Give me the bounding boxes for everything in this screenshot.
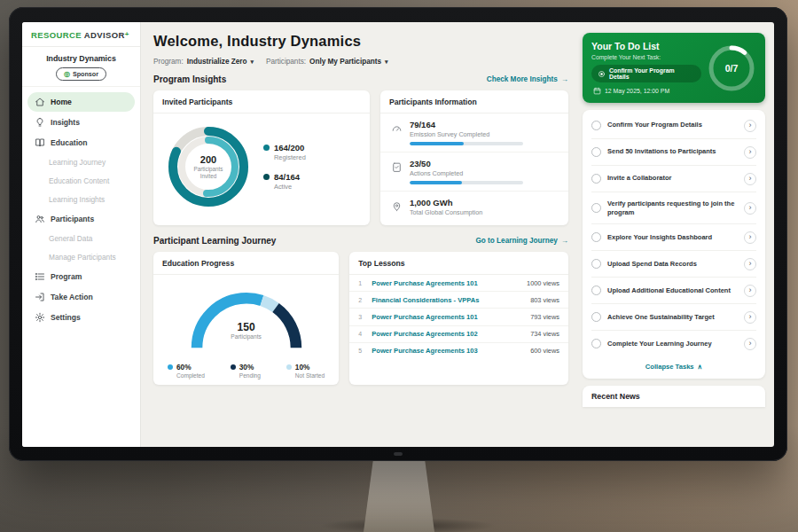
chevron-down-icon: ▾ bbox=[250, 59, 254, 66]
go-to-learning-journey-link[interactable]: Go to Learning Journey → bbox=[475, 237, 568, 245]
legend-label: Active bbox=[274, 183, 300, 191]
lesson-row[interactable]: 3 Power Purchase Agreements 101 793 view… bbox=[349, 309, 568, 325]
lesson-link[interactable]: Power Purchase Agreements 102 bbox=[372, 330, 524, 338]
task-item[interactable]: Confirm Your Program Details › bbox=[591, 113, 756, 139]
task-checkbox[interactable] bbox=[591, 147, 601, 157]
task-label: Send 50 Invitations to Participants bbox=[607, 147, 738, 156]
legend-label: Not Started bbox=[295, 372, 325, 379]
sidebar-item-label: Learning Insights bbox=[49, 195, 105, 204]
sidebar: RESOURCE ADVISOR+ Industry Dynamics ◎ Sp… bbox=[22, 22, 141, 447]
sidebar-item-insights[interactable]: Insights bbox=[27, 113, 135, 132]
sidebar-item-learning-journey[interactable]: Learning Journey bbox=[27, 153, 135, 171]
program-select[interactable]: Industrialize Zero ▾ bbox=[187, 58, 254, 66]
task-item[interactable]: Send 50 Invitations to Participants › bbox=[591, 139, 756, 166]
info-row: 1,000 GWh Total Global Consumption bbox=[380, 192, 568, 225]
education-progress-card: Education Progress 150 Participants bbox=[153, 252, 339, 385]
sidebar-item-take-action[interactable]: Take Action bbox=[27, 287, 135, 307]
task-item[interactable]: Upload Spend Data Records › bbox=[591, 251, 756, 278]
chevron-right-icon[interactable]: › bbox=[744, 120, 756, 132]
sidebar-item-label: Learning Journey bbox=[49, 158, 106, 167]
lesson-link[interactable]: Power Purchase Agreements 101 bbox=[372, 313, 524, 321]
action-arrow-icon bbox=[35, 292, 45, 302]
task-checkbox[interactable] bbox=[591, 339, 601, 348]
chevron-right-icon[interactable]: › bbox=[744, 173, 756, 185]
lesson-row[interactable]: 2 Financial Considerations - VPPAs 803 v… bbox=[349, 292, 568, 309]
insights-cards-row: Invited Participants 200 Partic bbox=[153, 90, 568, 225]
chevron-right-icon[interactable]: › bbox=[744, 311, 756, 324]
donut-center-value: 200 bbox=[200, 154, 216, 165]
lesson-row[interactable]: 5 Power Purchase Agreements 103 600 view… bbox=[349, 343, 568, 359]
chevron-right-icon[interactable]: › bbox=[744, 285, 756, 297]
chevron-right-icon[interactable]: › bbox=[744, 231, 756, 244]
sidebar-item-label: Insights bbox=[51, 118, 80, 127]
sidebar-item-learning-insights[interactable]: Learning Insights bbox=[27, 191, 135, 208]
task-checkbox[interactable] bbox=[591, 203, 601, 213]
chevron-right-icon[interactable]: › bbox=[744, 202, 756, 215]
book-icon bbox=[35, 137, 45, 148]
lesson-views: 803 views bbox=[530, 296, 559, 304]
sidebar-item-general-data[interactable]: General Data bbox=[27, 230, 135, 247]
legend-dot bbox=[263, 145, 270, 151]
task-checkbox[interactable] bbox=[591, 121, 601, 130]
legend-item: 30% Pending bbox=[231, 363, 261, 379]
task-item[interactable]: Complete Your Learning Journey › bbox=[591, 331, 756, 356]
sidebar-item-manage-participants[interactable]: Manage Participants bbox=[27, 248, 135, 266]
org-block: Industry Dynamics ◎ Sponsor bbox=[22, 47, 140, 87]
legend-value: 10% bbox=[295, 363, 325, 372]
lesson-link[interactable]: Power Purchase Agreements 101 bbox=[372, 279, 520, 287]
participants-select[interactable]: Only My Participants ▾ bbox=[309, 58, 388, 66]
sidebar-item-home[interactable]: Home bbox=[27, 92, 135, 112]
task-label: Confirm Your Program Details bbox=[607, 121, 738, 129]
task-checkbox[interactable] bbox=[591, 259, 601, 269]
invited-donut-chart: 200 Participants Invited bbox=[162, 121, 254, 213]
sidebar-item-label: Home bbox=[51, 98, 72, 106]
task-checkbox[interactable] bbox=[591, 232, 601, 242]
invited-legend: 164/200 Registered 84/164 Active bbox=[263, 143, 306, 191]
recent-news-header[interactable]: Recent News bbox=[583, 386, 765, 407]
collapse-tasks-button[interactable]: Collapse Tasks ∧ bbox=[591, 356, 756, 374]
chevron-right-icon[interactable]: › bbox=[744, 146, 756, 159]
task-item[interactable]: Verify participants requesting to join t… bbox=[591, 192, 756, 224]
task-checkbox[interactable] bbox=[591, 174, 601, 184]
top-lessons-card: Top Lessons 1 Power Purchase Agreements … bbox=[349, 252, 568, 385]
lesson-row[interactable]: 4 Power Purchase Agreements 102 734 view… bbox=[349, 326, 568, 343]
task-item[interactable]: Upload Additional Educational Content › bbox=[591, 278, 756, 304]
dashboard-screen: RESOURCE ADVISOR+ Industry Dynamics ◎ Sp… bbox=[22, 22, 774, 447]
legend-item: 10% Not Started bbox=[286, 363, 325, 379]
lightbulb-icon bbox=[35, 117, 45, 128]
legend-value: 60% bbox=[176, 363, 205, 372]
lesson-views: 600 views bbox=[530, 347, 559, 355]
sidebar-item-program[interactable]: Program bbox=[27, 267, 135, 286]
progress-bar bbox=[410, 142, 523, 145]
task-item[interactable]: Invite a Collaborator › bbox=[591, 166, 756, 192]
location-pin-icon bbox=[391, 200, 403, 211]
info-label: Emission Survey Completed bbox=[410, 130, 523, 138]
sidebar-item-participants[interactable]: Participants bbox=[27, 209, 135, 229]
task-label: Verify participants requesting to join t… bbox=[607, 200, 738, 217]
gear-icon bbox=[35, 312, 45, 323]
lesson-row[interactable]: 1 Power Purchase Agreements 101 1000 vie… bbox=[349, 275, 568, 292]
info-value: 1,000 GWh bbox=[410, 198, 482, 207]
program-insights-header: Program Insights Check More Insights → bbox=[153, 74, 568, 84]
education-gauge-chart: 150 Participants bbox=[180, 280, 313, 356]
chevron-right-icon[interactable]: › bbox=[744, 258, 756, 270]
chevron-right-icon[interactable]: › bbox=[744, 338, 756, 350]
check-more-insights-link[interactable]: Check More Insights → bbox=[487, 75, 568, 83]
gauge-center-label: Participants bbox=[180, 333, 313, 340]
lesson-link[interactable]: Power Purchase Agreements 103 bbox=[372, 347, 524, 355]
task-item[interactable]: Explore Your Insights Dashboard › bbox=[591, 224, 756, 251]
lesson-link[interactable]: Financial Considerations - VPPAs bbox=[372, 296, 524, 304]
legend-value: 164/200 bbox=[274, 143, 306, 153]
task-checkbox[interactable] bbox=[591, 312, 601, 322]
next-task-chip[interactable]: Confirm Your Program Details bbox=[591, 65, 701, 82]
legend-item: 60% Completed bbox=[168, 363, 205, 379]
sidebar-item-education[interactable]: Education bbox=[27, 133, 135, 153]
task-item[interactable]: Achieve One Sustainability Target › bbox=[591, 304, 756, 331]
next-task-label: Confirm Your Program Details bbox=[609, 67, 695, 80]
task-checkbox[interactable] bbox=[591, 286, 601, 295]
legend-label: Completed bbox=[176, 372, 205, 379]
sidebar-item-settings[interactable]: Settings bbox=[27, 308, 135, 327]
link-label: Check More Insights bbox=[487, 75, 558, 83]
sidebar-item-education-content[interactable]: Education Content bbox=[27, 172, 135, 190]
journey-cards-row: Education Progress 150 Participants bbox=[153, 252, 568, 385]
